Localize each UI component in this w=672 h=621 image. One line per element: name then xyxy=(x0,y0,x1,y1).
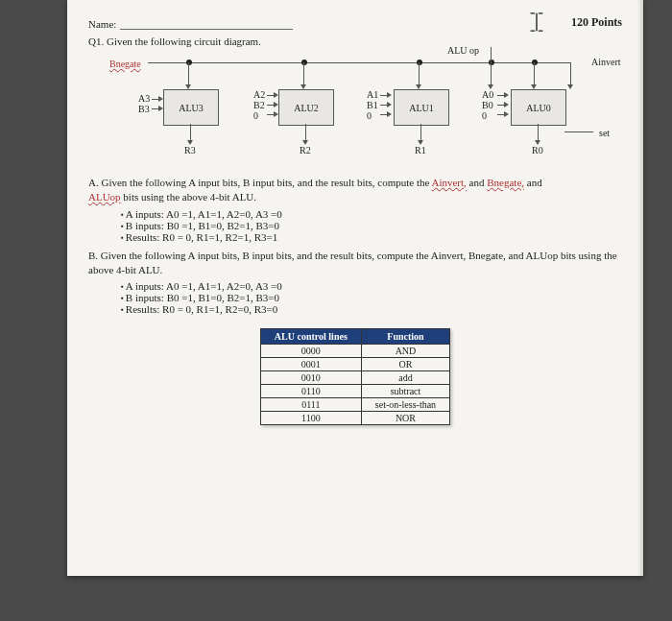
set-label: set xyxy=(599,128,610,138)
out-drop xyxy=(420,124,421,143)
top-bus xyxy=(148,62,570,63)
r2-label: R2 xyxy=(300,145,311,155)
cell: 0110 xyxy=(260,385,361,398)
alu2-box: ALU2 xyxy=(278,89,334,126)
in-arrow xyxy=(267,105,276,106)
in-arrow xyxy=(380,105,390,106)
alu1-box: ALU1 xyxy=(394,89,449,126)
alu3-text: ALU3 xyxy=(179,103,204,113)
r0-label: R0 xyxy=(532,145,543,155)
bullet: B inputs: B0 =1, B1=0, B2=1, B3=0 xyxy=(121,220,622,231)
r1-label: R1 xyxy=(415,145,426,155)
set-line xyxy=(564,131,593,132)
page-shadow xyxy=(637,0,643,576)
alu0-text: ALU0 xyxy=(526,103,551,113)
bullet: Results: R0 = 0, R1=1, R2=1, R3=1 xyxy=(121,231,622,243)
bnegate-red: Bnegate, xyxy=(487,177,524,188)
bullet: A inputs: A0 =1, A1=1, A2=0, A3 =0 xyxy=(121,208,622,220)
part-b-bullets: A inputs: A0 =1, A1=1, A2=0, A3 =0 B inp… xyxy=(121,280,622,315)
bus-drop xyxy=(534,62,535,87)
table-row: 0010add xyxy=(260,371,449,385)
in-arrow xyxy=(267,95,276,96)
cell: NOR xyxy=(361,412,449,425)
cell: 0001 xyxy=(260,358,361,371)
part-a-bullets: A inputs: A0 =1, A1=1, A2=0, A3 =0 B inp… xyxy=(121,208,622,243)
table-row: 0000AND xyxy=(260,345,449,358)
bullet: B inputs: B0 =1, B1=0, B2=1, B3=0 xyxy=(121,292,622,303)
table-row: 1100NOR xyxy=(260,412,449,425)
header-row: Name: 120 Points xyxy=(88,15,622,30)
aluop-label: ALU op xyxy=(447,45,479,56)
aluop-red: ALUop xyxy=(88,191,121,203)
circuit-diagram: Bnegate ALU op Ainvert set A3 B3 A2 B2 0… xyxy=(109,51,599,166)
alu0-box: ALU0 xyxy=(511,89,566,126)
bus-dot xyxy=(489,60,494,65)
bus-drop xyxy=(419,62,420,87)
bus-dot xyxy=(417,60,422,65)
text-cursor-icon xyxy=(527,12,546,33)
table-row: 0111set-on-less-than xyxy=(260,398,449,412)
table-row: 0001OR xyxy=(260,358,449,371)
alu-control-table: ALU control lines Function 0000AND 0001O… xyxy=(260,328,450,425)
name-underline xyxy=(120,17,293,30)
and-text2: and xyxy=(527,177,542,188)
alu0-inputs: A0 B0 0 xyxy=(482,89,493,121)
alu3-box: ALU3 xyxy=(163,89,219,126)
cell: 0111 xyxy=(260,398,361,412)
alu2-text: ALU2 xyxy=(294,103,319,113)
and-text: and xyxy=(469,177,488,188)
name-field: Name: xyxy=(88,17,293,30)
cell: 0000 xyxy=(260,345,361,358)
q1-prompt: Q1. Given the following circuit diagram. xyxy=(88,36,622,47)
ainvert-red: Ainvert, xyxy=(431,177,466,188)
in-arrow xyxy=(152,99,161,100)
out-drop xyxy=(538,124,539,143)
in-arrow xyxy=(497,105,507,106)
bullet: A inputs: A0 =1, A1=1, A2=0, A3 =0 xyxy=(121,280,622,292)
bus-drop xyxy=(491,47,492,87)
in-arrow xyxy=(380,95,390,96)
cell: AND xyxy=(361,345,449,358)
th-control: ALU control lines xyxy=(260,329,361,345)
bus-dot xyxy=(301,60,307,65)
cell: subtract xyxy=(361,385,449,398)
in-arrow xyxy=(152,108,161,109)
worksheet-page: Name: 120 Points Q1. Given the following… xyxy=(67,0,643,576)
name-label: Name: xyxy=(88,18,116,30)
bus-dot xyxy=(186,60,192,65)
alu1-text: ALU1 xyxy=(409,103,434,113)
cell: OR xyxy=(361,358,449,371)
in-arrow xyxy=(497,114,507,115)
bus-drop xyxy=(188,62,189,87)
bullet: Results: R0 = 0, R1=1, R2=0, R3=0 xyxy=(121,303,622,315)
points-label: 120 Points xyxy=(571,15,622,30)
alu3-inputs: A3 B3 xyxy=(138,93,150,114)
bus-drop xyxy=(570,62,571,87)
in-arrow xyxy=(267,114,276,115)
part-a-line2: bits using the above 4-bit ALU. xyxy=(121,191,256,203)
in-arrow xyxy=(380,114,390,115)
th-function: Function xyxy=(361,329,449,345)
bnegate-label: Bnegate xyxy=(109,59,141,69)
out-drop xyxy=(190,124,191,143)
alu1-inputs: A1 B1 0 xyxy=(367,89,378,121)
alu2-inputs: A2 B2 0 xyxy=(253,89,265,121)
r3-label: R3 xyxy=(184,145,196,155)
cell: 0010 xyxy=(260,371,361,385)
part-b: B. Given the following A input bits, B i… xyxy=(88,249,622,277)
ainvert-label: Ainvert xyxy=(591,57,621,67)
cell: set-on-less-than xyxy=(361,398,449,412)
points-text: 120 Points xyxy=(571,15,622,29)
out-drop xyxy=(305,124,306,143)
table-row: 0110subtract xyxy=(260,385,449,398)
cell: add xyxy=(361,371,449,385)
part-a-text: A. Given the following A input bits, B i… xyxy=(88,177,431,188)
bus-dot xyxy=(532,60,538,65)
in-arrow xyxy=(497,95,507,96)
part-a: A. Given the following A input bits, B i… xyxy=(88,176,622,204)
cell: 1100 xyxy=(260,412,361,425)
bus-drop xyxy=(303,62,304,87)
